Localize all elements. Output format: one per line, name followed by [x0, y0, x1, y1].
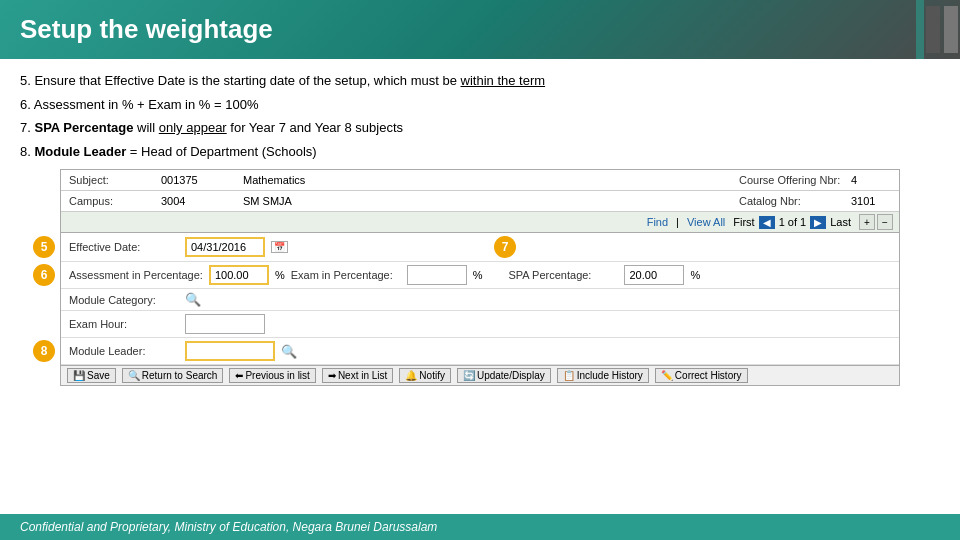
assessment-pct-input[interactable] — [209, 265, 269, 285]
instruction-5: 5. Ensure that Effective Date is the sta… — [20, 71, 940, 91]
module-leader-input[interactable] — [185, 341, 275, 361]
module-category-lookup[interactable]: 🔍 — [185, 292, 201, 307]
notify-icon: 🔔 — [405, 370, 417, 381]
effective-date-row: 5 Effective Date: 📅 7 — [61, 233, 899, 262]
underline-only-appear: only appear — [159, 120, 227, 135]
main-content: 5. Ensure that Effective Date is the sta… — [0, 59, 960, 396]
subject-label: Subject: — [69, 174, 159, 186]
next-nav-btn[interactable]: ▶ — [810, 216, 826, 229]
nav-info: 1 of 1 — [779, 216, 807, 228]
exam-pct-label: Exam in Percentage: — [291, 269, 401, 281]
add-row-btn[interactable]: + — [859, 214, 875, 230]
subject-code: 001375 — [161, 174, 241, 186]
course-offering-value: 4 — [851, 174, 891, 186]
module-leader-row: 8 Module Leader: 🔍 — [61, 338, 899, 365]
correct-history-btn[interactable]: ✏️ Correct History — [655, 368, 748, 383]
assessment-row: 6 Assessment in Percentage: % Exam in Pe… — [61, 262, 899, 289]
module-category-row: Module Category: 🔍 — [61, 289, 899, 311]
exam-hour-row: Exam Hour: — [61, 311, 899, 338]
catalog-nbr-label: Catalog Nbr: — [739, 195, 849, 207]
module-leader-lookup[interactable]: 🔍 — [281, 344, 297, 359]
catalog-nbr-value: 3101 — [851, 195, 891, 207]
bottom-toolbar: 💾 Save 🔍 Return to Search ⬅ Previous in … — [61, 365, 899, 385]
next-in-list-label: Next in List — [338, 370, 387, 381]
form-top-row1: Subject: 001375 Mathematics Course Offer… — [61, 170, 899, 191]
return-to-search-btn[interactable]: 🔍 Return to Search — [122, 368, 224, 383]
previous-in-list-label: Previous in list — [245, 370, 309, 381]
find-link[interactable]: Find — [647, 216, 668, 228]
badge-8: 8 — [33, 340, 55, 362]
toolbar-nav: First ◀ 1 of 1 ▶ Last — [733, 216, 851, 229]
spa-pct-label: SPA Percentage: — [508, 269, 618, 281]
correct-icon: ✏️ — [661, 370, 673, 381]
notify-label: Notify — [419, 370, 445, 381]
badge-6: 6 — [33, 264, 55, 286]
pct-symbol-3: % — [690, 269, 700, 281]
course-offering-label: Course Offering Nbr: — [739, 174, 849, 186]
module-category-label: Module Category: — [69, 294, 179, 306]
spa-label: SPA Percentage — [34, 120, 133, 135]
effective-date-label: Effective Date: — [69, 241, 179, 253]
save-label: Save — [87, 370, 110, 381]
form-panel: Subject: 001375 Mathematics Course Offer… — [60, 169, 900, 386]
save-btn[interactable]: 💾 Save — [67, 368, 116, 383]
include-history-btn[interactable]: 📋 Include History — [557, 368, 649, 383]
page-title: Setup the weightage — [20, 14, 940, 45]
campus-label: Campus: — [69, 195, 159, 207]
page-footer: Confidential and Proprietary, Ministry o… — [0, 514, 960, 540]
update-display-label: Update/Display — [477, 370, 545, 381]
badge-7: 7 — [494, 236, 516, 258]
remove-row-btn[interactable]: − — [877, 214, 893, 230]
history-icon: 📋 — [563, 370, 575, 381]
last-label: Last — [830, 216, 851, 228]
module-leader-label: Module Leader — [34, 144, 126, 159]
first-label: First — [733, 216, 754, 228]
page-header: Setup the weightage — [0, 0, 960, 59]
badge-5: 5 — [33, 236, 55, 258]
pct-symbol-2: % — [473, 269, 483, 281]
toolbar-separator: | — [676, 216, 679, 228]
exam-hour-label: Exam Hour: — [69, 318, 179, 330]
form-top-row2: Campus: 3004 SM SMJA Catalog Nbr: 3101 — [61, 191, 899, 212]
pct-symbol-1: % — [275, 269, 285, 281]
campus-name: SM SMJA — [243, 195, 383, 207]
save-icon: 💾 — [73, 370, 85, 381]
next-icon: ➡ — [328, 370, 336, 381]
assessment-pct-label: Assessment in Percentage: — [69, 269, 203, 281]
next-in-list-btn[interactable]: ➡ Next in List — [322, 368, 393, 383]
instruction-8: 8. Module Leader = Head of Department (S… — [20, 142, 940, 162]
exam-pct-input[interactable] — [407, 265, 467, 285]
previous-in-list-btn[interactable]: ⬅ Previous in list — [229, 368, 315, 383]
effective-date-input[interactable] — [185, 237, 265, 257]
campus-code: 3004 — [161, 195, 241, 207]
notify-btn[interactable]: 🔔 Notify — [399, 368, 451, 383]
footer-text: Confidential and Proprietary, Ministry o… — [20, 520, 437, 534]
form-toolbar: Find | View All First ◀ 1 of 1 ▶ Last + … — [61, 212, 899, 233]
view-all-link[interactable]: View All — [687, 216, 725, 228]
spa-pct-input[interactable] — [624, 265, 684, 285]
prev-icon: ⬅ — [235, 370, 243, 381]
header-decoration — [916, 0, 960, 59]
search-icon: 🔍 — [128, 370, 140, 381]
instruction-6: 6. Assessment in % + Exam in % = 100% — [20, 95, 940, 115]
module-leader-label: Module Leader: — [69, 345, 179, 357]
correct-history-label: Correct History — [675, 370, 742, 381]
calendar-btn[interactable]: 📅 — [271, 241, 288, 253]
update-icon: 🔄 — [463, 370, 475, 381]
update-display-btn[interactable]: 🔄 Update/Display — [457, 368, 551, 383]
subject-name: Mathematics — [243, 174, 383, 186]
return-to-search-label: Return to Search — [142, 370, 218, 381]
add-remove-buttons: + − — [859, 214, 893, 230]
instruction-7: 7. SPA Percentage will only appear for Y… — [20, 118, 940, 138]
include-history-label: Include History — [577, 370, 643, 381]
underline-within-term: within the term — [461, 73, 546, 88]
prev-nav-btn[interactable]: ◀ — [759, 216, 775, 229]
exam-hour-input[interactable] — [185, 314, 265, 334]
